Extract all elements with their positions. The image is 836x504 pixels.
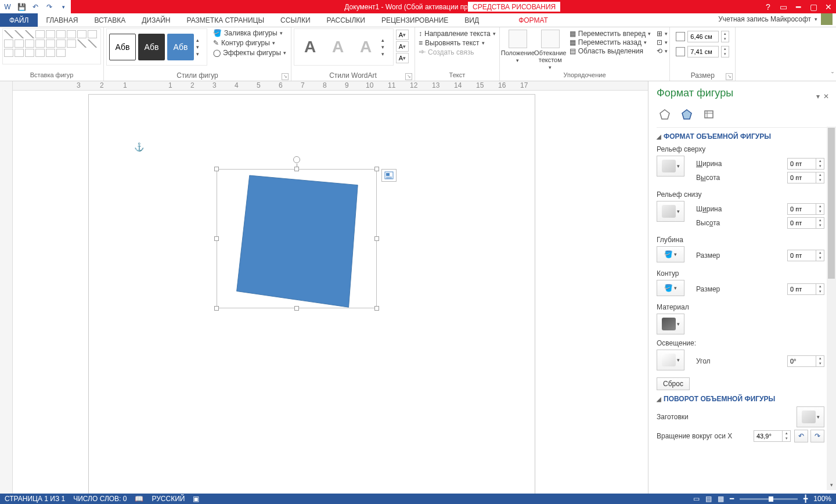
depth-size-input[interactable]: [787, 250, 816, 261]
tab-file[interactable]: ФАЙЛ: [0, 13, 38, 27]
rotation-presets-picker[interactable]: ▾: [797, 406, 824, 427]
effects-tab-icon[interactable]: [681, 109, 693, 120]
spellcheck-icon[interactable]: 📖: [135, 495, 143, 503]
top-bevel-picker[interactable]: ▾: [657, 156, 684, 177]
word-count-status[interactable]: ЧИСЛО СЛОВ: 0: [73, 495, 127, 503]
section-header-3d-format[interactable]: ◢ФОРМАТ ОБЪЕМНОЙ ФИГУРЫ: [657, 132, 824, 141]
language-status[interactable]: РУССКИЙ: [152, 495, 185, 503]
web-layout-icon[interactable]: ▦: [718, 495, 724, 503]
rotation-handle[interactable]: [293, 156, 300, 163]
zoom-out-icon[interactable]: ━: [730, 495, 734, 503]
resize-handle[interactable]: [374, 236, 379, 241]
resize-handle[interactable]: [294, 167, 299, 171]
size-props-tab-icon[interactable]: [703, 109, 715, 120]
bottom-bevel-width-input[interactable]: [787, 203, 816, 215]
rotate-x-left-button[interactable]: ↶: [794, 430, 808, 442]
tab-home[interactable]: ГЛАВНАЯ: [38, 13, 86, 27]
zoom-in-icon[interactable]: ╋: [803, 495, 808, 503]
shape-styles-gallery[interactable]: Абв Абв Абв ▴ ▾ ▾: [106, 28, 207, 66]
gallery-up-icon[interactable]: ▴: [196, 37, 204, 43]
bottom-bevel-picker[interactable]: ▾: [657, 201, 684, 222]
text-direction-button[interactable]: ↕Направление текста▾: [419, 30, 496, 38]
wordart-preset[interactable]: A: [354, 35, 378, 59]
shape-outline-button[interactable]: ✎Контур фигуры▾: [211, 38, 289, 48]
tab-design[interactable]: ДИЗАЙН: [134, 13, 178, 27]
resize-handle[interactable]: [374, 306, 379, 311]
bottom-bevel-height-input[interactable]: [787, 217, 816, 229]
zoom-level[interactable]: 100%: [813, 495, 831, 503]
print-layout-icon[interactable]: ▤: [705, 495, 712, 503]
pane-close-icon[interactable]: ✕: [823, 92, 829, 100]
wordart-preset[interactable]: A: [326, 35, 350, 59]
top-bevel-height-input[interactable]: [787, 172, 816, 183]
contour-size-input[interactable]: [787, 283, 816, 295]
resize-handle[interactable]: [214, 236, 219, 241]
x-rotation-input[interactable]: [754, 430, 783, 442]
layout-options-button[interactable]: [381, 169, 397, 182]
tab-references[interactable]: ССЫЛКИ: [272, 13, 318, 27]
bring-forward-button[interactable]: ▦Переместить вперед▾: [568, 30, 652, 38]
zoom-slider-knob[interactable]: [769, 496, 773, 502]
minimize-icon[interactable]: ━: [791, 2, 806, 12]
spinner[interactable]: ▴▾: [816, 283, 824, 295]
width-spinner[interactable]: ▴▾: [721, 46, 729, 57]
spinner[interactable]: ▴▾: [816, 217, 824, 229]
tab-review[interactable]: РЕЦЕНЗИРОВАНИЕ: [373, 13, 456, 27]
tab-mailings[interactable]: РАССЫЛКИ: [319, 13, 373, 27]
maximize-icon[interactable]: ▢: [806, 2, 821, 12]
launcher-icon[interactable]: ↘: [726, 73, 733, 80]
tab-insert[interactable]: ВСТАВКА: [86, 13, 134, 27]
fill-line-tab-icon[interactable]: [659, 109, 671, 120]
scroll-down-icon[interactable]: ▾: [827, 482, 836, 490]
read-mode-icon[interactable]: ▭: [693, 495, 700, 503]
shape-effects-button[interactable]: ◯Эффекты фигуры▾: [211, 48, 289, 57]
spinner[interactable]: ▴▾: [816, 172, 824, 183]
save-icon[interactable]: 💾: [16, 2, 27, 12]
align-text-button[interactable]: ≡Выровнять текст▾: [419, 39, 496, 47]
zoom-slider[interactable]: [740, 498, 798, 500]
reset-button[interactable]: Сброс: [657, 377, 690, 390]
scrollbar-thumb[interactable]: [828, 128, 835, 279]
wordart-preset[interactable]: A: [298, 35, 322, 59]
gallery-more-icon[interactable]: ▾: [381, 51, 390, 57]
undo-icon[interactable]: ↶: [30, 2, 41, 12]
spinner[interactable]: ▴▾: [816, 158, 824, 170]
send-backward-button[interactable]: ▦Переместить назад▾: [568, 38, 652, 46]
spinner[interactable]: ▴▾: [816, 203, 824, 215]
tab-format[interactable]: ФОРМАТ: [510, 13, 556, 27]
pane-scrollbar[interactable]: ▴ ▾: [827, 127, 836, 490]
material-picker[interactable]: ▾: [657, 314, 684, 334]
lighting-angle-input[interactable]: [787, 355, 816, 367]
ribbon-display-icon[interactable]: ▭: [776, 2, 791, 12]
group-button[interactable]: ⊡▾: [655, 38, 666, 46]
qat-dropdown-icon[interactable]: ▾: [58, 2, 69, 12]
style-swatch[interactable]: Абв: [109, 34, 136, 60]
lighting-picker[interactable]: ▾: [657, 350, 684, 370]
launcher-icon[interactable]: ↘: [405, 73, 412, 80]
macro-icon[interactable]: ▣: [193, 495, 199, 503]
style-swatch[interactable]: Абв: [138, 34, 165, 60]
shape-selection[interactable]: [217, 169, 377, 308]
gallery-up-icon[interactable]: ▴: [381, 37, 390, 43]
gallery-down-icon[interactable]: ▾: [196, 44, 204, 50]
collapse-ribbon-icon[interactable]: ˇ: [831, 71, 834, 80]
shape-fill-button[interactable]: 🪣Заливка фигуры▾: [211, 28, 289, 38]
shapes-gallery[interactable]: [2, 28, 101, 64]
page-number-status[interactable]: СТРАНИЦА 1 ИЗ 1: [5, 495, 65, 503]
section-header-3d-rotation[interactable]: ◢ПОВОРОТ ОБЪЕМНОЙ ФИГУРЫ: [657, 395, 824, 403]
selection-pane-button[interactable]: ▤Область выделения: [568, 47, 652, 55]
depth-color-picker[interactable]: 🪣▾: [657, 246, 684, 262]
shape-height-input[interactable]: [687, 31, 719, 42]
avatar[interactable]: [821, 13, 833, 25]
resize-handle[interactable]: [294, 306, 299, 311]
tab-layout[interactable]: РАЗМЕТКА СТРАНИЦЫ: [179, 13, 273, 27]
help-icon[interactable]: ?: [761, 2, 776, 12]
rotate-button[interactable]: ⟲▾: [655, 47, 666, 55]
spinner[interactable]: ▴▾: [816, 355, 824, 367]
text-outline-button[interactable]: A▾: [396, 41, 409, 52]
shape-width-input[interactable]: [687, 46, 719, 57]
pane-dropdown-icon[interactable]: ▾: [816, 92, 820, 100]
wordart-gallery[interactable]: A A A ▴ ▾ ▾: [294, 28, 394, 66]
height-spinner[interactable]: ▴▾: [721, 31, 729, 42]
document-page[interactable]: ⚓: [88, 94, 535, 494]
